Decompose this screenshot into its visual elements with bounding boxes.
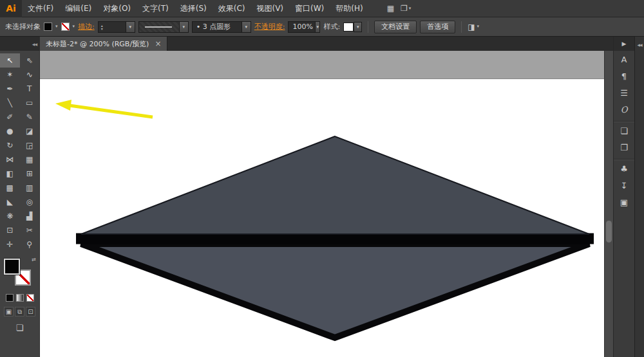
fill-color-swatch[interactable] — [44, 23, 52, 31]
panel-dock-header[interactable]: ▶ — [614, 37, 634, 51]
tools-panel: ◀◀ ↖ ⇖ ✶ ∿ ✒ T ╲ ▭ ✐ ✎ ● ◪ ↻ ◲ ⋈ ▦ ◧ ⊞ — [0, 37, 40, 357]
swap-fill-stroke-icon[interactable]: ⇄ — [32, 257, 36, 262]
rotate-tool[interactable]: ↻ — [0, 138, 20, 152]
opacity-caret-icon[interactable]: ▾ — [315, 22, 320, 32]
mesh-tool[interactable]: ▩ — [0, 181, 20, 195]
rectangle-tool[interactable]: ▭ — [20, 96, 40, 110]
blob-brush-tool[interactable]: ● — [0, 124, 20, 138]
menu-effect[interactable]: 效果(C) — [213, 0, 251, 17]
perspective-grid-tool[interactable]: ⊞ — [20, 167, 40, 181]
scale-tool[interactable]: ◲ — [20, 138, 40, 152]
menu-object[interactable]: 对象(O) — [97, 0, 137, 17]
stroke-weight-field[interactable]: ▴ ▾ ▾ — [98, 21, 135, 33]
eyedropper-tool[interactable]: ◣ — [0, 195, 20, 209]
stepper-icon[interactable]: ▴ ▾ — [100, 24, 104, 30]
stroke-weight-caret-icon[interactable]: ▾ — [126, 22, 135, 32]
annotation-arrow-head — [55, 100, 71, 111]
paintbrush-tool[interactable]: ✐ — [0, 110, 20, 124]
width-tool[interactable]: ⋈ — [0, 152, 20, 167]
lasso-tool[interactable]: ∿ — [20, 68, 40, 82]
brush-caret-icon[interactable]: ▾ — [242, 22, 251, 32]
free-transform-tool[interactable]: ▦ — [20, 152, 40, 167]
menu-select[interactable]: 选择(S) — [175, 0, 213, 17]
diamond-lower-half[interactable] — [81, 244, 589, 338]
document-tab-title: 未标题-2* @ 200% (RGB/预览) — [46, 39, 149, 49]
type-tool[interactable]: T — [20, 82, 40, 96]
separator — [461, 21, 462, 33]
stepper-down-icon[interactable]: ▾ — [101, 27, 103, 30]
arrange-documents-icon[interactable]: ▦ — [387, 4, 394, 13]
menu-file[interactable]: 文件(F) — [22, 0, 59, 17]
workspace-switcher-icon[interactable]: ❐ ▾ — [401, 4, 411, 13]
eraser-tool[interactable]: ◪ — [20, 124, 40, 138]
graphic-styles-panel-icon[interactable]: ❐ — [614, 139, 634, 156]
opentype-panel-icon[interactable]: O — [614, 101, 634, 118]
scrollbar-thumb[interactable] — [606, 221, 612, 243]
collapse-tools-icon[interactable]: ◀◀ — [32, 42, 37, 46]
pen-tool[interactable]: ✒ — [0, 82, 20, 96]
stroke-color-swatch[interactable] — [61, 23, 70, 31]
control-panel-menu-icon[interactable]: ◨ ▾ — [468, 23, 479, 32]
fill-indicator[interactable] — [4, 259, 20, 275]
menubar-icons: ▦ ❐ ▾ — [387, 4, 412, 13]
menu-bar: Ai 文件(F) 编辑(E) 对象(O) 文字(T) 选择(S) 效果(C) 视… — [0, 0, 644, 17]
artboards-panel-icon[interactable]: ▣ — [614, 194, 634, 210]
symbols-panel-icon[interactable]: ♣ — [614, 159, 634, 177]
opacity-link[interactable]: 不透明度: — [254, 22, 285, 32]
menu-type[interactable]: 文字(T) — [137, 0, 175, 17]
illustrator-window: Ai 文件(F) 编辑(E) 对象(O) 文字(T) 选择(S) 效果(C) 视… — [0, 0, 644, 357]
pencil-tool[interactable]: ✎ — [20, 110, 40, 124]
expand-dock-icon[interactable]: ◀◀ — [637, 42, 641, 357]
style-dropdown[interactable]: ▾ — [343, 22, 362, 32]
gradient-button[interactable] — [16, 294, 24, 302]
selection-tool[interactable]: ↖ — [0, 53, 20, 68]
menu-view[interactable]: 视图(V) — [251, 0, 289, 17]
line-tool[interactable]: ╲ — [0, 96, 20, 110]
screen-mode-button[interactable]: ❏ — [16, 323, 24, 333]
zoom-tool[interactable]: ⚲ — [20, 237, 40, 252]
diamond-upper-half[interactable] — [81, 136, 589, 234]
expand-panel-icon: ▶ — [622, 41, 627, 47]
artboard-tool[interactable]: ⊡ — [0, 223, 20, 237]
menu-window[interactable]: 窗口(W) — [289, 0, 330, 17]
document-setup-button[interactable]: 文档设置 — [374, 21, 417, 33]
blend-tool[interactable]: ◎ — [20, 195, 40, 209]
width-profile-dropdown[interactable]: ▾ — [138, 21, 189, 33]
profile-caret-icon[interactable]: ▾ — [179, 22, 188, 32]
tab-close-icon[interactable]: × — [155, 39, 161, 48]
hand-tool[interactable]: ✛ — [0, 237, 20, 252]
document-tab[interactable]: 未标题-2* @ 200% (RGB/预览) × — [40, 37, 167, 51]
canvas[interactable] — [40, 51, 604, 357]
color-button[interactable] — [6, 294, 14, 302]
direct-selection-tool[interactable]: ⇖ — [20, 53, 40, 68]
brush-definition-dropdown[interactable]: • 3 点圆形 ▾ — [192, 21, 251, 33]
menu-help[interactable]: 帮助(H) — [330, 0, 368, 17]
paragraph-panel-icon[interactable]: ¶ — [614, 68, 634, 84]
draw-behind-button[interactable]: ⧉ — [15, 307, 24, 316]
draw-normal-button[interactable]: ▣ — [4, 307, 14, 316]
gradient-tool[interactable]: ▥ — [20, 181, 40, 195]
style-label: 样式: — [323, 22, 340, 32]
fill-caret-icon[interactable]: ▾ — [55, 24, 58, 29]
slice-tool[interactable]: ✂ — [20, 223, 40, 237]
draw-inside-button[interactable]: ⊡ — [26, 307, 35, 316]
appearance-panel-icon[interactable]: ❏ — [614, 121, 634, 139]
stroke-caret-icon[interactable]: ▾ — [73, 24, 75, 29]
tools-panel-header[interactable]: ◀◀ — [0, 37, 39, 51]
preferences-button[interactable]: 首选项 — [420, 21, 455, 33]
stroke-link[interactable]: 描边: — [78, 22, 95, 32]
vertical-scrollbar[interactable] — [604, 51, 613, 357]
symbol-sprayer-tool[interactable]: ❋ — [0, 209, 20, 223]
magic-wand-tool[interactable]: ✶ — [0, 68, 20, 82]
artwork-layer — [40, 51, 604, 357]
brushes-panel-icon[interactable]: ↧ — [614, 177, 634, 194]
character-panel-icon[interactable]: A — [614, 51, 634, 68]
none-button[interactable] — [26, 294, 34, 302]
shape-builder-tool[interactable]: ◧ — [0, 167, 20, 181]
style-caret-icon[interactable]: ▾ — [354, 22, 362, 32]
opacity-dropdown[interactable]: 100% ▾ — [288, 21, 320, 33]
column-graph-tool[interactable]: ▟ — [20, 209, 40, 223]
paragraph-styles-panel-icon[interactable]: ☰ — [614, 84, 634, 101]
tools-grid: ↖ ⇖ ✶ ∿ ✒ T ╲ ▭ ✐ ✎ ● ◪ ↻ ◲ ⋈ ▦ ◧ ⊞ ▩ ▥ — [0, 51, 39, 252]
menu-edit[interactable]: 编辑(E) — [59, 0, 97, 17]
